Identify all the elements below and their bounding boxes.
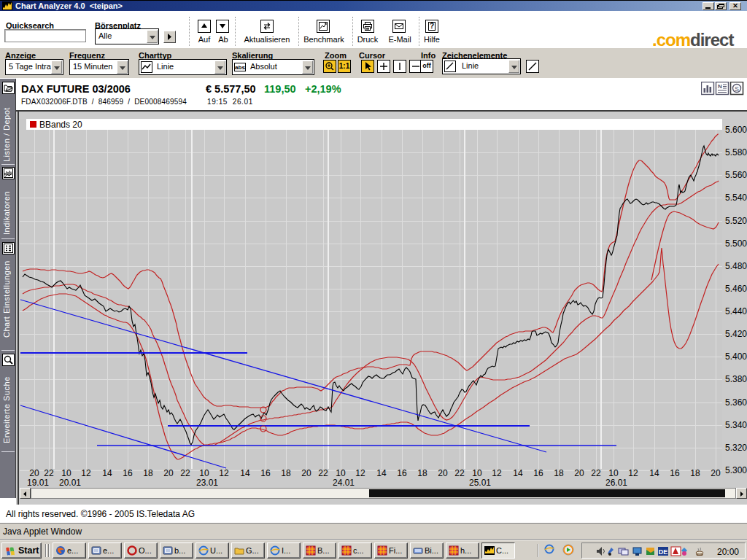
svg-text:23.01: 23.01 [196,478,218,488]
svg-text:5.420: 5.420 [725,329,747,339]
svg-text:N: N [718,83,722,90]
svg-text:26.01: 26.01 [605,478,627,488]
svg-text:10: 10 [199,468,209,478]
svg-text:20: 20 [438,468,448,478]
svg-text:5.400: 5.400 [725,351,747,362]
svg-text:S: S [735,85,739,93]
svg-text:5.460: 5.460 [725,284,747,294]
svg-text:20.01: 20.01 [59,478,81,488]
svg-text:24.01: 24.01 [333,478,355,488]
svg-text:abs: abs [235,64,245,71]
svg-text:12: 12 [81,468,91,478]
svg-text:12: 12 [219,468,229,478]
svg-text:16: 16 [397,468,407,478]
svg-text:16: 16 [533,468,543,478]
svg-text:10: 10 [336,468,346,478]
svg-text:20: 20 [163,468,174,478]
svg-text:5.560: 5.560 [725,170,747,180]
svg-text:14: 14 [240,468,250,478]
svg-text:18: 18 [281,468,291,478]
svg-text:BBands 20: BBands 20 [39,120,82,130]
svg-text:10: 10 [608,468,619,478]
svg-text:19.01: 19.01 [27,478,49,488]
svg-text:5.300: 5.300 [725,465,747,475]
svg-text:20: 20 [301,468,311,478]
svg-text:5.500: 5.500 [725,238,747,249]
svg-text:22: 22 [454,468,465,478]
svg-text:20: 20 [574,468,584,478]
svg-text:DE: DE [659,548,668,556]
svg-text:5.340: 5.340 [725,420,747,430]
svg-text:5.380: 5.380 [725,374,747,384]
svg-text:10: 10 [61,468,71,478]
svg-text:12: 12 [355,468,365,478]
svg-text:12: 12 [628,468,638,478]
svg-text:12: 12 [492,468,502,478]
svg-text:5.360: 5.360 [725,397,747,408]
svg-text:5.480: 5.480 [725,261,747,271]
svg-text:18: 18 [417,468,427,478]
svg-text:5.520: 5.520 [725,216,747,226]
svg-text:20: 20 [711,468,721,478]
svg-text:25.01: 25.01 [469,478,491,488]
svg-text:18: 18 [690,468,700,478]
svg-text:18: 18 [554,468,564,478]
svg-text:5.540: 5.540 [725,192,747,203]
svg-text:5.440: 5.440 [725,306,747,316]
svg-text:22: 22 [591,468,601,478]
svg-text:22: 22 [180,468,190,478]
svg-text:16: 16 [260,468,271,478]
svg-text:14: 14 [649,468,659,478]
svg-text:22: 22 [318,468,328,478]
svg-text:16: 16 [670,468,680,478]
svg-text:16: 16 [123,468,133,478]
svg-text:14: 14 [513,468,523,478]
svg-text:20: 20 [29,468,39,478]
svg-text:5.580: 5.580 [725,147,747,158]
svg-text:10: 10 [472,468,482,478]
svg-text:22: 22 [44,468,54,478]
svg-text:5.600: 5.600 [725,125,747,135]
svg-text:14: 14 [102,468,112,478]
svg-text:14: 14 [376,468,387,478]
svg-text:18: 18 [143,468,153,478]
svg-text:5.320: 5.320 [725,443,747,453]
svg-text:?: ? [430,22,434,30]
